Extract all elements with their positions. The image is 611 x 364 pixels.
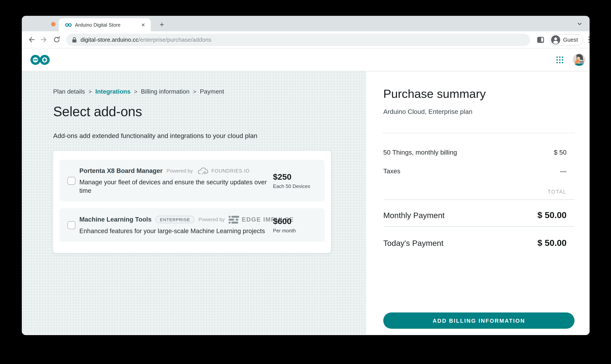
summary-divider <box>383 133 574 133</box>
browser-window: Arduino Digital Store ✕ + <box>22 16 590 335</box>
refresh-button[interactable] <box>53 36 61 44</box>
addon-price-note: Per month <box>273 228 319 234</box>
breadcrumb-payment[interactable]: Payment <box>200 88 224 95</box>
addon-title: Machine Learning Tools <box>79 216 152 223</box>
breadcrumb-integrations[interactable]: Integrations <box>95 88 131 95</box>
arduino-logo-icon[interactable] <box>30 54 50 66</box>
user-avatar[interactable] <box>573 53 585 66</box>
add-billing-information-button[interactable]: ADD BILLING INFORMATION <box>383 312 574 329</box>
foundries-wordmark: FOUNDRIES.IO <box>212 168 250 174</box>
addon-portenta-checkbox[interactable] <box>67 177 75 184</box>
back-button[interactable] <box>27 36 35 44</box>
page-title: Select add-ons <box>53 104 142 119</box>
foundries-cloud-icon <box>197 167 209 175</box>
lock-icon <box>72 37 77 43</box>
url-host: digital-store.arduino.cc <box>80 37 138 43</box>
tab-strip: Arduino Digital Store ✕ + <box>22 16 590 31</box>
addon-price-note: Each 50 Devices <box>273 183 319 189</box>
page-subtitle: Add-ons add extended functionality and i… <box>53 132 257 140</box>
browser-menu-icon[interactable] <box>588 37 590 43</box>
payment-label: Monthly Payment <box>383 211 445 220</box>
summary-row-things: 50 Things, monthly billing $ 50 <box>383 149 574 156</box>
tab-title: Arduino Digital Store <box>75 22 140 28</box>
row-value: — <box>560 167 567 175</box>
breadcrumb-billing-information[interactable]: Billing information <box>141 88 189 95</box>
summary-title: Purchase summary <box>383 87 574 101</box>
breadcrumb: Plan details > Integrations > Billing in… <box>53 88 224 95</box>
row-label: 50 Things, monthly billing <box>383 149 457 156</box>
url-bar[interactable]: digital-store.arduino.cc/enterprise/purc… <box>66 34 530 46</box>
addons-pane: Plan details > Integrations > Billing in… <box>22 71 366 334</box>
tab-search-chevron-icon[interactable] <box>576 20 583 27</box>
apps-grid-icon[interactable] <box>556 56 563 63</box>
purchase-summary-pane: Purchase summary Arduino Cloud, Enterpri… <box>366 71 590 334</box>
new-tab-button[interactable]: + <box>157 19 167 30</box>
addon-title: Portenta X8 Board Manager <box>79 167 163 174</box>
powered-by-label: Powered by <box>167 168 193 174</box>
foundries-logo: FOUNDRIES.IO <box>197 167 250 175</box>
breadcrumb-plan-details[interactable]: Plan details <box>53 88 85 95</box>
site-header <box>22 48 590 71</box>
addon-price: $600 <box>273 217 319 226</box>
arduino-favicon-icon <box>65 22 72 27</box>
browser-tab[interactable]: Arduino Digital Store ✕ <box>59 18 151 31</box>
guest-label: Guest <box>563 37 578 43</box>
addon-description: Manage your fleet of devices and ensure … <box>79 178 271 194</box>
row-value: $ 50 <box>554 149 567 156</box>
breadcrumb-separator: > <box>88 88 92 95</box>
page-content: Plan details > Integrations > Billing in… <box>22 71 590 334</box>
payment-label: Today's Payment <box>383 239 444 248</box>
addons-card: Portenta X8 Board Manager Powered by <box>53 151 331 253</box>
addon-price: $250 <box>273 172 319 182</box>
summary-divider <box>383 226 574 227</box>
breadcrumb-separator: > <box>134 88 137 95</box>
todays-payment-row: Today's Payment $ 50.00 <box>383 238 574 248</box>
enterprise-badge: ENTERPRISE <box>156 216 194 223</box>
monthly-payment-row: Monthly Payment $ 50.00 <box>383 210 574 221</box>
summary-divider <box>383 199 574 200</box>
addon-description: Enhanced features for your large-scale M… <box>79 227 271 235</box>
side-panel-icon[interactable] <box>537 37 544 43</box>
edge-impulse-icon <box>229 215 239 224</box>
profile-chip[interactable]: Guest <box>550 34 583 46</box>
browser-toolbar: digital-store.arduino.cc/enterprise/purc… <box>22 31 590 48</box>
addon-machine-learning[interactable]: Machine Learning Tools ENTERPRISE Powere… <box>59 208 324 242</box>
row-label: Taxes <box>383 167 400 175</box>
payment-value: $ 50.00 <box>537 238 567 248</box>
tab-close-icon[interactable]: ✕ <box>140 21 147 28</box>
summary-row-taxes: Taxes — <box>383 167 574 175</box>
guest-avatar-icon <box>551 35 560 44</box>
window-close-button[interactable] <box>51 22 56 26</box>
addon-portenta-x8[interactable]: Portenta X8 Board Manager Powered by <box>59 160 324 201</box>
forward-button[interactable] <box>40 36 48 44</box>
addon-ml-checkbox[interactable] <box>67 221 75 229</box>
total-label: TOTAL <box>383 189 574 195</box>
powered-by-label: Powered by <box>199 217 225 222</box>
payment-value: $ 50.00 <box>537 210 567 221</box>
screenshot-stage: Arduino Digital Store ✕ + <box>0 0 611 364</box>
url-path: /enterprise/purchase/addons <box>138 37 212 43</box>
breadcrumb-separator: > <box>193 88 196 95</box>
summary-plan: Arduino Cloud, Enterprise plan <box>383 108 574 116</box>
